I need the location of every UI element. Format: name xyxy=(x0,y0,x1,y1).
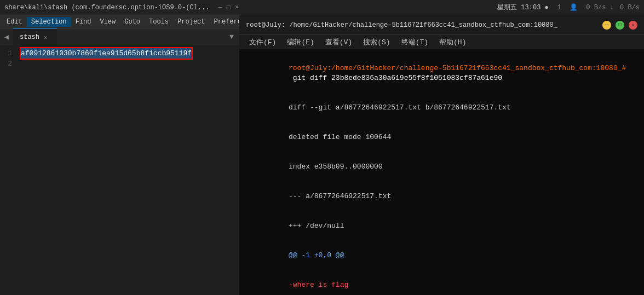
editor-line-2 xyxy=(21,59,235,69)
term-menu-file[interactable]: 文件(F) xyxy=(244,36,281,48)
line-numbers: 1 2 xyxy=(0,46,16,295)
term-cmd-1: git diff 23b8ede836a30a619e55f8f1051083c… xyxy=(289,74,502,82)
editor-area[interactable]: 1 2 af0912861030b7860f1ea915d65b8f1ccb95… xyxy=(0,46,239,295)
menu-tools[interactable]: Tools xyxy=(145,17,173,27)
term-menu-search[interactable]: 搜索(S) xyxy=(358,36,395,48)
menu-edit[interactable]: Edit xyxy=(2,17,27,27)
term-menu-terminal[interactable]: 终端(T) xyxy=(396,36,434,48)
terminal-close-btn[interactable]: ✕ xyxy=(629,21,637,30)
text-editor-panel: Edit Selection Find View Goto Tools Proj… xyxy=(0,15,239,295)
tab-close-btn[interactable]: ✕ xyxy=(44,34,48,41)
menu-selection[interactable]: Selection xyxy=(27,17,71,27)
term-diff-1: diff --git a/86772646922517.txt b/867726… xyxy=(246,93,637,123)
app-title: share\kali\stash (com.foundersc.option-i… xyxy=(4,4,209,11)
tab-label: stash xyxy=(20,33,39,41)
term-diff-meta-1: @@ -1 +0,0 @@ xyxy=(246,241,637,270)
terminal-title: root@July: /home/GitHacker/challenge-5b1… xyxy=(246,21,598,29)
term-menu-view[interactable]: 查看(V) xyxy=(320,36,358,48)
term-diff-3: index e358b09..0000000 xyxy=(246,152,637,182)
term-diff-4: --- a/86772646922517.txt xyxy=(246,182,637,211)
term-prompt-1: root@July:/home/GitHacker/challenge-5b11… xyxy=(289,64,626,72)
network-stats: 1 👤 0 B/s ↓ 0 B/s xyxy=(557,3,640,11)
taskbar-left: share\kali\stash (com.foundersc.option-i… xyxy=(4,4,239,11)
terminal-panel: root@July: /home/GitHacker/challenge-5b1… xyxy=(239,15,644,295)
term-line-1: root@July:/home/GitHacker/challenge-5b11… xyxy=(246,54,637,93)
term-removed-1: -where is flag xyxy=(246,270,637,295)
terminal-menu-bar: 文件(F) 编辑(E) 查看(V) 搜索(S) 终端(T) 帮助(H) xyxy=(239,35,644,49)
tab-prev-btn[interactable]: ◀ xyxy=(0,28,13,45)
menu-view[interactable]: View xyxy=(95,17,120,27)
kali-taskbar: share\kali\stash (com.foundersc.option-i… xyxy=(0,0,644,15)
editor-content[interactable]: af0912861030b7860f1ea915d65b8f1ccb95119f xyxy=(16,46,239,295)
taskbar-right: 星期五 13:03 ● 1 👤 0 B/s ↓ 0 B/s xyxy=(497,3,640,12)
term-diff-5: +++ /dev/null xyxy=(246,211,637,241)
clock: 星期五 13:03 ● xyxy=(497,3,549,12)
terminal-minimize-btn[interactable]: — xyxy=(602,21,611,30)
term-menu-help[interactable]: 帮助(H) xyxy=(434,36,472,48)
selected-hash: af0912861030b7860f1ea915d65b8f1ccb95119f xyxy=(21,48,192,59)
term-menu-edit[interactable]: 编辑(E) xyxy=(281,36,319,48)
terminal-title-bar: root@July: /home/GitHacker/challenge-5b1… xyxy=(239,15,644,35)
terminal-content[interactable]: root@July:/home/GitHacker/challenge-5b11… xyxy=(239,49,644,295)
tab-dropdown-btn[interactable]: ▼ xyxy=(226,28,239,45)
editor-tab-bar: ◀ stash ✕ ▼ xyxy=(0,28,239,46)
editor-line-1: af0912861030b7860f1ea915d65b8f1ccb95119f xyxy=(21,48,235,59)
term-diff-2: deleted file mode 100644 xyxy=(246,123,637,152)
terminal-maximize-btn[interactable]: □ xyxy=(616,21,624,30)
menu-project[interactable]: Project xyxy=(173,17,209,27)
editor-menu-bar: Edit Selection Find View Goto Tools Proj… xyxy=(0,15,239,28)
menu-goto[interactable]: Goto xyxy=(120,17,145,27)
menu-find[interactable]: Find xyxy=(71,17,96,27)
editor-tab-stash[interactable]: stash ✕ xyxy=(13,28,57,45)
